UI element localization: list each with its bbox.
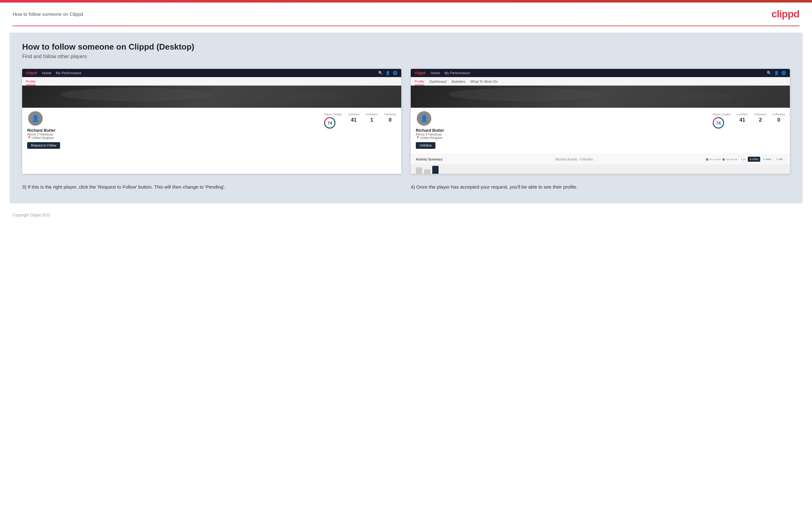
user-icon-left[interactable]: 👤: [386, 71, 390, 75]
following-value-left: 0: [384, 117, 396, 123]
location-pin-icon-left: 📍: [27, 136, 31, 139]
quality-label-left: Player Quality: [324, 113, 342, 116]
player-handicap-left: Above 5 Handicap: [27, 133, 53, 136]
screenshot-left: clippd Home My Performance 🔍 👤 🌐 Profile: [22, 69, 401, 174]
user-icon-right[interactable]: 👤: [774, 71, 779, 75]
following-value-right: 0: [773, 117, 785, 123]
search-icon-left[interactable]: 🔍: [378, 71, 383, 75]
mini-nav-right-left: 🔍 👤 🌐: [378, 71, 398, 75]
activity-period-label: Monthly Activity - 6 Months: [555, 158, 593, 161]
mini-nav-performance-left[interactable]: My Performance: [56, 71, 82, 75]
avatar-left: 👤: [27, 110, 44, 127]
period-1yr-btn[interactable]: 1 yr: [739, 157, 747, 162]
profile-body-left: 👤 Richard Butler Above 5 Handicap 📍 Unit…: [22, 108, 401, 154]
activities-label-right: Activities: [737, 113, 748, 116]
period-3mths-btn[interactable]: 3 mths: [761, 157, 773, 162]
globe-icon-right[interactable]: 🌐: [781, 71, 786, 75]
mini-browser-left: clippd Home My Performance 🔍 👤 🌐: [22, 69, 401, 77]
mini-logo-left: clippd: [26, 71, 37, 75]
player-location-right: 📍 United Kingdom: [416, 136, 443, 139]
quality-circle-right: 74: [713, 117, 724, 128]
period-6mths-btn[interactable]: 6 mths: [748, 157, 760, 162]
stat-following-right: Following 0: [773, 113, 785, 123]
tab-dashboard-right[interactable]: Dashboard: [429, 78, 447, 85]
location-pin-icon-right: 📍: [416, 136, 420, 139]
player-handicap-right: Above 5 Handicap: [416, 133, 442, 136]
top-bar: [0, 0, 812, 3]
followers-label-left: Followers: [365, 113, 378, 116]
player-location-left: 📍 United Kingdom: [27, 136, 54, 139]
mini-nav-links-right: Home My Performance: [431, 71, 470, 75]
stats-and-profile-left: 👤 Richard Butler Above 5 Handicap 📍 Unit…: [27, 110, 396, 149]
profile-hero-right: [411, 86, 790, 108]
avatar-icon-right: 👤: [420, 115, 428, 122]
tab-profile-left[interactable]: Profile: [26, 78, 36, 85]
profile-body-right: 👤 Richard Butler Above 5 Handicap 📍 Unit…: [411, 108, 790, 154]
main-title: How to follow someone on Clippd (Desktop…: [22, 42, 790, 52]
request-to-follow-button[interactable]: Request to Follow: [27, 142, 60, 149]
mini-nav-left: clippd Home My Performance 🔍 👤 🌐: [22, 69, 401, 77]
activity-controls: ⬤ On course ⬤ Off course 1 yr 6 mths 3 m…: [706, 157, 785, 162]
activity-summary-bar: Activity Summary Monthly Activity - 6 Mo…: [411, 154, 790, 164]
copyright-text: Copyright Clippd 2022: [13, 213, 50, 217]
main-content: How to follow someone on Clippd (Desktop…: [9, 33, 803, 204]
mini-logo-right: clippd: [414, 71, 425, 75]
followers-value-right: 2: [754, 117, 766, 123]
search-icon-right[interactable]: 🔍: [767, 71, 771, 75]
avatar-right: 👤: [416, 110, 432, 127]
descriptions-row: 3) If this is the right player, click th…: [22, 183, 790, 191]
tab-activities-right[interactable]: Activities: [452, 78, 465, 85]
quality-circle-left: 74: [324, 117, 336, 128]
header-title: How to follow someone on Clippd: [13, 11, 83, 17]
stats-row-left: Player Quality 74 Activities 41 Follower…: [324, 110, 396, 128]
profile-hero-overlay-right: [411, 86, 790, 108]
mini-tab-bar-right: Profile Dashboard Activities What To Wor…: [411, 77, 790, 86]
period-1mth-btn[interactable]: 1 mth: [774, 157, 785, 162]
main-subtitle: Find and follow other players: [22, 54, 790, 59]
header: How to follow someone on Clippd clippd: [0, 3, 812, 25]
period-buttons: 1 yr 6 mths 3 mths 1 mth: [739, 157, 785, 162]
stat-followers-right: Followers 2: [754, 113, 766, 123]
profile-left-info: 👤 Richard Butler Above 5 Handicap 📍 Unit…: [27, 110, 60, 149]
screenshot-right: clippd Home My Performance 🔍 👤 🌐 Profile…: [411, 69, 790, 174]
mini-nav-links-left: Home My Performance: [42, 71, 81, 75]
description-right: 4) Once the player has accepted your req…: [411, 183, 790, 191]
mini-tab-bar-left: Profile: [22, 77, 401, 86]
followers-label-right: Followers: [754, 113, 766, 116]
activities-value-left: 41: [348, 117, 359, 123]
mini-nav-home-right[interactable]: Home: [431, 71, 440, 75]
mini-nav-home-left[interactable]: Home: [42, 71, 51, 75]
quality-arc-right: [710, 115, 726, 131]
profile-hero-overlay-left: [22, 86, 401, 108]
activities-value-right: 41: [737, 117, 748, 123]
profile-hero-left: [22, 86, 401, 108]
following-label-right: Following: [773, 113, 785, 116]
off-course-legend: ⬤ Off course: [722, 158, 738, 161]
tab-profile-right[interactable]: Profile: [414, 78, 424, 85]
chart-bar-2: [424, 169, 430, 174]
header-divider: [13, 25, 799, 26]
description-left: 3) If this is the right player, click th…: [22, 183, 401, 191]
profile-right-info: 👤 Richard Butler Above 5 Handicap 📍 Unit…: [416, 110, 444, 149]
globe-icon-left[interactable]: 🌐: [393, 71, 398, 75]
chart-bar-3: [432, 166, 439, 174]
quality-arc-left: [321, 115, 338, 131]
tab-what-to-work-on-right[interactable]: What To Work On: [470, 78, 497, 85]
quality-label-right: Player Quality: [713, 113, 730, 116]
avatar-icon-left: 👤: [32, 115, 40, 122]
followers-value-left: 1: [365, 117, 378, 123]
stat-quality-left: Player Quality 74: [324, 113, 342, 128]
activities-label-left: Activities: [348, 113, 359, 116]
stat-activities-right: Activities 41: [737, 113, 748, 123]
chart-stub: [411, 164, 790, 174]
stat-following-left: Following 0: [384, 113, 396, 123]
mini-nav-right-icons: 🔍 👤 🌐: [767, 71, 786, 75]
mini-nav-performance-right[interactable]: My Performance: [445, 71, 470, 75]
screenshots-row: clippd Home My Performance 🔍 👤 🌐 Profile: [22, 69, 790, 174]
player-name-left: Richard Butler: [27, 128, 56, 133]
logo: clippd: [771, 8, 799, 20]
activity-summary-label: Activity Summary: [416, 158, 442, 161]
stat-quality-right: Player Quality 74: [713, 113, 730, 128]
unfollow-button[interactable]: Unfollow: [416, 142, 436, 149]
mini-browser-right: clippd Home My Performance 🔍 👤 🌐: [411, 69, 790, 77]
